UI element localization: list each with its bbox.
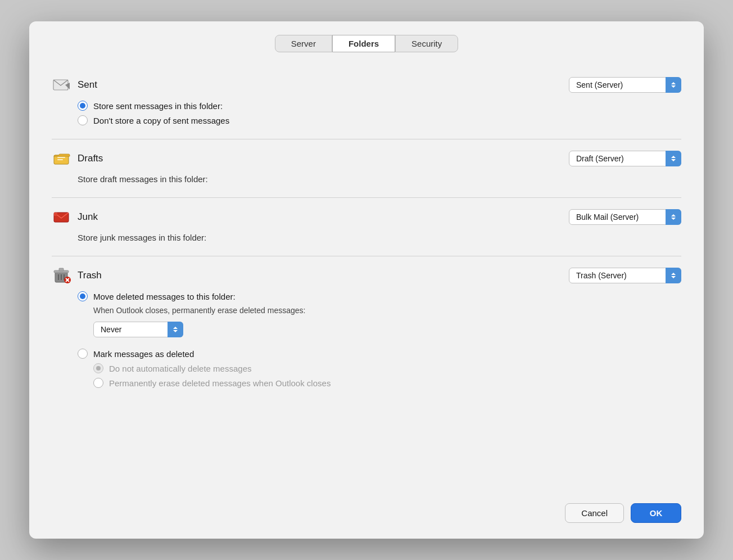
- trash-radio-mark-label: Mark messages as deleted: [93, 349, 194, 359]
- drafts-left: Drafts: [52, 148, 103, 169]
- trash-sub-radio-no-delete: Do not automatically delete messages: [93, 363, 681, 373]
- ok-button[interactable]: OK: [631, 503, 681, 523]
- never-dropdown[interactable]: Never After 1 day After 1 week After 1 m…: [93, 322, 183, 337]
- section-drafts: Drafts Draft (Server) Drafts Inbox Store…: [52, 139, 681, 198]
- junk-left: Junk: [52, 207, 98, 227]
- junk-icon: [52, 207, 72, 227]
- sent-radio-no-copy-circle: [78, 115, 88, 125]
- trash-title: Trash: [78, 270, 102, 281]
- section-trash: Trash Trash (Server) Trash Deleted Items: [52, 256, 681, 401]
- trash-radio-group: Move deleted messages to this folder: Wh…: [78, 291, 681, 388]
- section-sent: Sent Sent (Server) Sent Inbox: [52, 66, 681, 139]
- trash-sub-radio-perm-erase-label: Permanently erase deleted messages when …: [109, 378, 331, 388]
- trash-radio-move[interactable]: Move deleted messages to this folder:: [78, 291, 681, 301]
- sent-radio-group: Store sent messages in this folder: Don'…: [78, 101, 681, 125]
- trash-sub-radio-perm-erase: Permanently erase deleted messages when …: [93, 378, 681, 388]
- never-select-wrapper: Never After 1 day After 1 week After 1 m…: [93, 322, 183, 337]
- drafts-header: Drafts Draft (Server) Drafts Inbox: [52, 148, 681, 169]
- trash-sub-radio-no-delete-circle: [93, 363, 103, 373]
- drafts-label: Store draft messages in this folder:: [78, 174, 681, 184]
- button-bar: Cancel OK: [29, 494, 704, 525]
- trash-icon: [52, 265, 72, 286]
- tab-folders[interactable]: Folders: [332, 35, 395, 52]
- trash-sub-radio-perm-erase-circle: [93, 378, 103, 388]
- sent-dropdown[interactable]: Sent (Server) Sent Inbox: [569, 77, 681, 93]
- drafts-dropdown[interactable]: Draft (Server) Drafts Inbox: [569, 151, 681, 166]
- junk-header: Junk Bulk Mail (Server) Junk Inbox: [52, 207, 681, 227]
- junk-dropdown[interactable]: Bulk Mail (Server) Junk Inbox: [569, 209, 681, 225]
- trash-radio-mark-circle: [78, 349, 88, 359]
- sent-left: Sent: [52, 75, 97, 95]
- svg-rect-6: [54, 213, 57, 216]
- sent-icon: [52, 75, 72, 95]
- section-junk: Junk Bulk Mail (Server) Junk Inbox Store…: [52, 198, 681, 256]
- content-area: Sent Sent (Server) Sent Inbox: [29, 61, 704, 494]
- trash-dropdown-wrapper: Trash (Server) Trash Deleted Items: [569, 268, 681, 283]
- drafts-dropdown-wrapper: Draft (Server) Drafts Inbox: [569, 151, 681, 166]
- trash-sub-radio-group: Do not automatically delete messages Per…: [93, 363, 681, 388]
- sent-radio-store[interactable]: Store sent messages in this folder:: [78, 101, 681, 111]
- trash-left: Trash: [52, 265, 102, 286]
- sent-title: Sent: [78, 79, 97, 91]
- sent-dropdown-wrapper: Sent (Server) Sent Inbox: [569, 77, 681, 93]
- trash-sub-radio-no-delete-label: Do not automatically delete messages: [109, 364, 251, 373]
- junk-title: Junk: [78, 211, 98, 223]
- trash-header: Trash Trash (Server) Trash Deleted Items: [52, 265, 681, 286]
- svg-rect-9: [59, 268, 64, 271]
- junk-dropdown-wrapper: Bulk Mail (Server) Junk Inbox: [569, 209, 681, 225]
- drafts-icon: [52, 148, 72, 169]
- trash-dropdown[interactable]: Trash (Server) Trash Deleted Items: [569, 268, 681, 283]
- svg-rect-3: [57, 157, 65, 158]
- tab-security[interactable]: Security: [395, 35, 458, 52]
- sent-header: Sent Sent (Server) Sent Inbox: [52, 75, 681, 95]
- tab-bar: Server Folders Security: [29, 21, 704, 52]
- tab-server[interactable]: Server: [275, 35, 332, 52]
- sent-radio-no-copy-label: Don't store a copy of sent messages: [93, 116, 229, 125]
- trash-radio-move-circle: [78, 291, 88, 301]
- cancel-button[interactable]: Cancel: [565, 503, 624, 523]
- dialog: Server Folders Security Sent: [29, 21, 704, 539]
- sent-radio-no-copy[interactable]: Don't store a copy of sent messages: [78, 115, 681, 125]
- sent-radio-store-label: Store sent messages in this folder:: [93, 101, 223, 111]
- sent-radio-store-circle: [78, 101, 88, 111]
- trash-radio-move-label: Move deleted messages to this folder:: [93, 292, 236, 301]
- trash-radio-mark[interactable]: Mark messages as deleted: [78, 349, 681, 359]
- drafts-title: Drafts: [78, 153, 103, 164]
- svg-rect-4: [57, 159, 63, 160]
- trash-erase-label: When Outlook closes, permanently erase d…: [93, 306, 681, 315]
- junk-label: Store junk messages in this folder:: [78, 233, 681, 242]
